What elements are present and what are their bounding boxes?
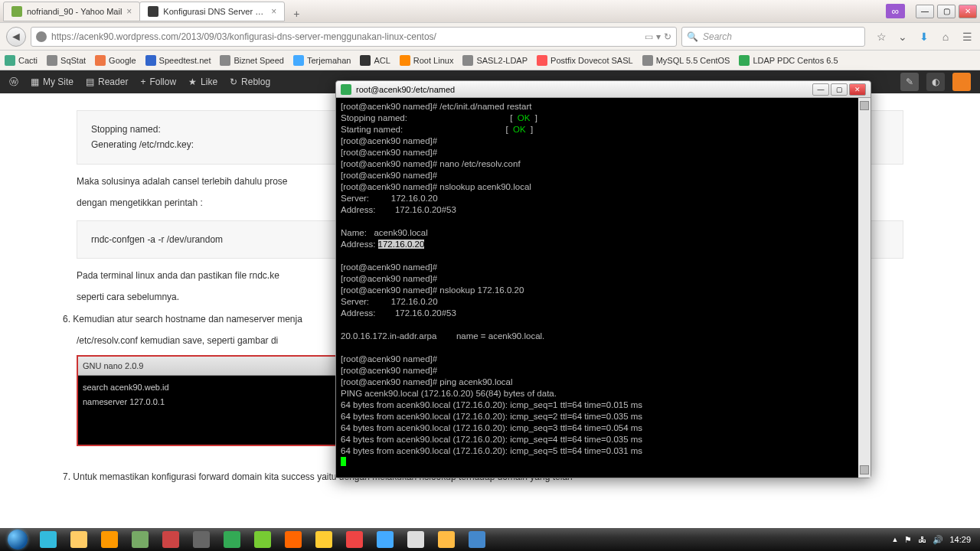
bookmark-favicon-icon <box>400 55 410 66</box>
taskbar-item-wmp[interactable] <box>95 530 124 549</box>
app-icon <box>285 531 302 548</box>
taskbar-item-app2[interactable] <box>187 530 216 549</box>
app-icon <box>70 531 87 548</box>
app-icon <box>315 531 332 548</box>
bookmark-item[interactable]: Root Linux <box>400 55 454 66</box>
bookmark-favicon-icon <box>642 55 653 66</box>
notification-icon[interactable]: ◐ <box>926 73 945 91</box>
app-icon <box>40 531 57 548</box>
app-icon <box>377 531 394 548</box>
close-button[interactable]: ✕ <box>849 83 866 96</box>
reader-link[interactable]: ▤ Reader <box>86 77 128 87</box>
taskbar-item-mail[interactable] <box>401 530 430 549</box>
my-site-link[interactable]: ▦ My Site <box>31 77 74 87</box>
bookmark-favicon-icon <box>739 55 750 66</box>
app-icon <box>469 531 485 548</box>
bookmark-favicon-icon <box>5 55 15 66</box>
scroll-up-icon[interactable] <box>860 101 869 110</box>
putty-icon <box>341 84 351 95</box>
download-icon[interactable]: ⬇ <box>917 31 931 43</box>
bookmark-item[interactable]: SqStat <box>47 55 86 66</box>
start-button[interactable] <box>3 528 32 551</box>
maximize-button[interactable]: ▢ <box>831 83 848 96</box>
bookmark-item[interactable]: Google <box>95 55 136 66</box>
tray-icon[interactable]: ⚑ <box>904 535 912 545</box>
clock[interactable]: 14:29 <box>949 535 971 544</box>
search-bar[interactable]: 🔍 Search <box>681 27 865 47</box>
bookmark-item[interactable]: LDAP PDC Centos 6.5 <box>739 55 838 66</box>
app-icon <box>346 531 363 548</box>
scrollbar[interactable] <box>858 98 871 478</box>
star-icon[interactable]: ☆ <box>874 31 888 43</box>
tab-wordpress[interactable]: Konfigurasi DNS Server Pa... × <box>139 2 285 21</box>
bookmark-item[interactable]: Terjemahan <box>293 55 351 66</box>
avatar[interactable] <box>952 73 971 91</box>
tray-icon[interactable]: 🔊 <box>933 535 943 545</box>
follow-link[interactable]: + Follow <box>140 77 176 87</box>
terminal-body[interactable]: [root@acenk90 named]# /etc/init.d/named … <box>336 98 871 478</box>
bookmark-favicon-icon <box>360 55 371 66</box>
tray-icon[interactable]: 🖧 <box>918 535 926 544</box>
taskbar-item-app1[interactable] <box>156 530 185 549</box>
app-icon <box>132 531 149 548</box>
app-icon <box>438 531 455 548</box>
new-tab-button[interactable]: + <box>287 6 305 21</box>
purple-badge[interactable]: ∞ <box>886 4 905 18</box>
tray-expand-icon[interactable]: ▲ <box>892 536 899 543</box>
reader-icon[interactable]: ▭ <box>645 31 653 42</box>
bookmark-label: SqStat <box>60 56 86 65</box>
pocket-icon[interactable]: ⌄ <box>896 31 910 43</box>
back-button[interactable]: ◄ <box>6 27 26 47</box>
windows-taskbar: ▲ ⚑ 🖧 🔊 14:29 <box>0 528 980 551</box>
menu-icon[interactable]: ☰ <box>960 31 974 43</box>
bookmark-favicon-icon <box>537 55 547 66</box>
taskbar-item-face[interactable] <box>432 530 461 549</box>
bookmark-item[interactable]: MySQL 5.5 CentOS <box>642 55 730 66</box>
bookmarks-bar: CactiSqStatGoogleSpeedtest.netBiznet Spe… <box>0 51 980 70</box>
close-icon[interactable]: × <box>271 6 276 17</box>
taskbar-item-chrome[interactable] <box>340 530 369 549</box>
taskbar-item-explorer[interactable] <box>64 530 93 549</box>
bookmark-item[interactable]: Cacti <box>5 55 38 66</box>
terminal-titlebar[interactable]: root@acenk90:/etc/named — ▢ ✕ <box>336 81 871 98</box>
close-button[interactable]: ✕ <box>959 5 977 18</box>
taskbar-item-msg[interactable] <box>371 530 400 549</box>
home-icon[interactable]: ⌂ <box>939 31 952 43</box>
taskbar-item-putty[interactable] <box>462 530 492 549</box>
bookmark-label: ACL <box>374 56 390 65</box>
wp-logo-icon[interactable]: ⓦ <box>9 76 18 89</box>
minimize-button[interactable]: — <box>916 5 934 18</box>
app-icon <box>101 531 118 548</box>
nav-toolbar: ◄ https://acenk90.wordpress.com/2013/09/… <box>0 23 980 51</box>
taskbar-item-firefox[interactable] <box>279 530 308 549</box>
like-link[interactable]: ★ Like <box>188 77 217 87</box>
reblog-link[interactable]: ↻ Reblog <box>230 77 270 87</box>
system-tray[interactable]: ▲ ⚑ 🖧 🔊 14:29 <box>892 535 977 545</box>
bookmark-item[interactable]: SASL2-LDAP <box>462 55 528 66</box>
taskbar-item-ie[interactable] <box>34 530 63 549</box>
close-icon[interactable]: × <box>126 6 132 17</box>
bookmark-item[interactable]: Biznet Speed <box>220 55 283 66</box>
app-icon <box>224 531 240 548</box>
list-number: 6. <box>63 314 70 324</box>
bookmark-item[interactable]: ACL <box>360 55 390 66</box>
taskbar-item-gimp[interactable] <box>126 530 155 549</box>
reload-icon[interactable]: ↻ <box>664 31 671 42</box>
minimize-button[interactable]: — <box>812 83 829 96</box>
bookmark-label: Speedtest.net <box>159 56 211 65</box>
taskbar-item-chrome1[interactable] <box>217 530 247 549</box>
putty-terminal-window[interactable]: root@acenk90:/etc/named — ▢ ✕ [root@acen… <box>335 80 871 478</box>
bookmark-label: Google <box>109 56 136 65</box>
app-icon <box>407 531 424 548</box>
taskbar-item-app3[interactable] <box>309 530 338 549</box>
maximize-button[interactable]: ▢ <box>937 5 956 18</box>
scroll-down-icon[interactable] <box>860 465 869 474</box>
bookmark-item[interactable]: Postfix Dovecot SASL <box>537 55 633 66</box>
bookmark-favicon-icon <box>145 55 156 66</box>
url-bar[interactable]: https://acenk90.wordpress.com/2013/09/03… <box>31 27 677 47</box>
bookmark-item[interactable]: Speedtest.net <box>145 55 211 66</box>
edit-icon[interactable]: ✎ <box>900 73 919 91</box>
tab-yahoo[interactable]: nofriandi_90 - Yahoo Mail × <box>3 2 140 21</box>
bookmark-favicon-icon <box>95 55 106 66</box>
taskbar-item-notepadpp[interactable] <box>248 530 277 549</box>
